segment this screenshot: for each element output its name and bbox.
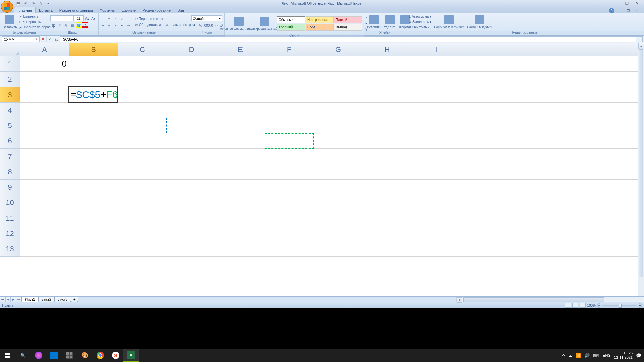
cell-f5[interactable] [265,118,314,133]
fill-button[interactable]: ⬇Заполнить ▾ [407,19,433,24]
indent-dec-icon[interactable]: ⇤ [119,22,125,28]
cell-b13[interactable] [69,241,118,257]
cell-d3[interactable] [167,87,216,103]
cell-b5[interactable] [69,118,118,133]
indent-inc-icon[interactable]: ⇥ [125,22,131,28]
cell-g11[interactable] [314,210,363,226]
cells-delete-button[interactable]: Удалить [382,14,398,30]
number-format-combo[interactable]: Общий▾ [191,15,222,21]
cell-d2[interactable] [167,72,216,87]
cell-f7[interactable] [265,149,314,164]
cell-h6[interactable] [363,133,412,149]
cell-i5[interactable] [412,118,461,133]
scroll-up-icon[interactable]: ▲ [638,43,644,49]
orientation-icon[interactable]: ⤢ [119,15,125,21]
cell-d6[interactable] [167,133,216,149]
col-header-i[interactable]: I [412,43,461,56]
formula-expand-icon[interactable]: ⌄ [636,36,643,42]
align-right-icon[interactable]: ≡ [113,22,119,28]
taskbar-yandex[interactable]: Я [108,349,123,362]
hscroll-left-icon[interactable]: ◀ [457,297,462,303]
cell-d12[interactable] [167,226,216,241]
merge-center-button[interactable]: ▭Объединить и поместить в центре ▾ [133,22,197,27]
cell-e4[interactable] [216,103,265,118]
sheet-next-icon[interactable]: ▶ [11,297,16,302]
cell-a3[interactable] [20,87,69,103]
cell-b9[interactable] [69,180,118,195]
cell-c4[interactable] [118,103,167,118]
cell-g7[interactable] [314,149,363,164]
cell-g1[interactable] [314,56,363,72]
tray-wifi-icon[interactable]: 📶 [576,353,581,358]
style-input[interactable]: Ввод [306,24,334,31]
vertical-scrollbar[interactable]: ▲ [638,43,644,296]
inc-decimal-icon[interactable]: .0→ [210,22,216,28]
row-header-9[interactable]: 9 [0,180,20,195]
currency-icon[interactable]: ₽ [191,22,197,28]
cell-h1[interactable] [363,56,412,72]
cell-b8[interactable] [69,164,118,180]
col-header-g[interactable]: G [314,43,363,56]
cell-a9[interactable] [20,180,69,195]
align-center-icon[interactable]: ≡ [106,22,112,28]
cell-d13[interactable] [167,241,216,257]
zoom-percent[interactable]: 100% [587,304,596,307]
sheet-new-button[interactable]: ✦ [71,297,78,302]
cell-g8[interactable] [314,164,363,180]
cell-h9[interactable] [363,180,412,195]
cell-a4[interactable] [20,103,69,118]
percent-icon[interactable]: % [198,22,204,28]
col-header-f[interactable]: F [265,43,314,56]
zoom-out-button[interactable]: − [597,303,601,308]
tray-keyboard-icon[interactable]: ⌨ [593,353,599,358]
qat-save-icon[interactable]: 💾 [15,1,22,6]
cell-a1[interactable]: 0 [20,56,69,72]
cell-a11[interactable] [20,210,69,226]
cell-g13[interactable] [314,241,363,257]
cell-f13[interactable] [265,241,314,257]
taskbar-paint[interactable]: 🎨 [77,349,93,362]
cell-a6[interactable] [20,133,69,149]
cell-b12[interactable] [69,226,118,241]
cell-c12[interactable] [118,226,167,241]
row-header-1[interactable]: 1 [0,56,20,72]
tab-review[interactable]: Рецензирование [139,7,174,13]
cell-e10[interactable] [216,195,265,210]
grow-font-icon[interactable]: A▴ [84,15,90,21]
ribbon-min-icon[interactable]: – [616,8,623,13]
cell-i4[interactable] [412,103,461,118]
cell-i3[interactable] [412,87,461,103]
cell-c1[interactable] [118,56,167,72]
zoom-in-button[interactable]: + [638,303,642,308]
cell-f9[interactable] [265,180,314,195]
cell-f2[interactable] [265,72,314,87]
clear-button[interactable]: ◇Очистить ▾ [407,25,433,30]
cell-h5[interactable] [363,118,412,133]
tab-home[interactable]: Главная [14,7,36,13]
cell-g9[interactable] [314,180,363,195]
cell-i8[interactable] [412,164,461,180]
cell-d5[interactable] [167,118,216,133]
hscroll-thumb[interactable] [463,297,604,302]
cell-e6[interactable] [216,133,265,149]
qat-redo-icon[interactable]: ↷ [30,1,37,6]
tab-formulas[interactable]: Формулы [96,7,119,13]
cell-e9[interactable] [216,180,265,195]
tab-data[interactable]: Данные [119,7,139,13]
cell-i7[interactable] [412,149,461,164]
col-header-d[interactable]: D [167,43,216,56]
fill-color-button[interactable]: 🪣 [76,22,82,28]
sort-filter-button[interactable]: Сортировка и фильтр [433,14,466,29]
font-color-button[interactable]: A [82,22,88,28]
cell-c13[interactable] [118,241,167,257]
cell-g6[interactable] [314,133,363,149]
row-header-11[interactable]: 11 [0,210,20,226]
row-header-2[interactable]: 2 [0,72,20,87]
qat-undo-icon[interactable]: ↶ [22,1,29,6]
name-box[interactable]: СУММ▼ [2,36,40,42]
horizontal-scrollbar[interactable]: ◀ [456,297,644,302]
style-good[interactable]: Хороший [277,24,305,31]
cell-h8[interactable] [363,164,412,180]
cell-d1[interactable] [167,56,216,72]
cell-a5[interactable] [20,118,69,133]
